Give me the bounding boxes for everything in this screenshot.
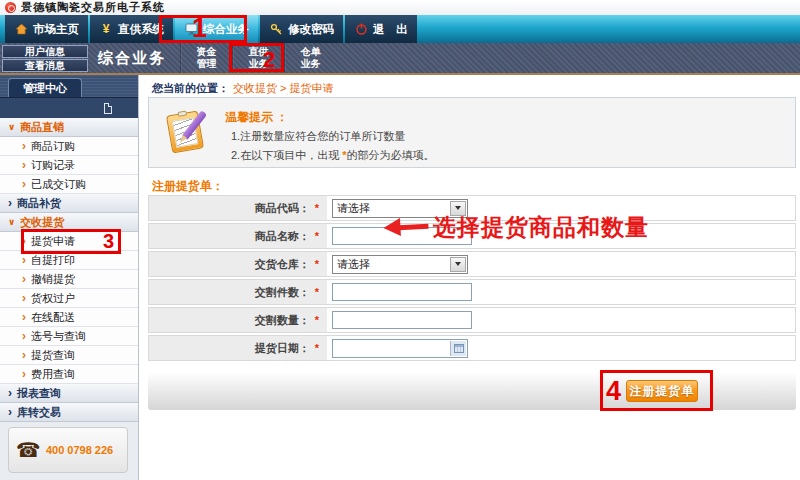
sidebar-toolbar	[0, 97, 138, 118]
menu-item-label: 修改密码	[288, 22, 334, 37]
chevron-right-icon	[22, 139, 26, 153]
annotation-number-1: 1	[192, 15, 207, 42]
chevron-right-icon	[22, 348, 26, 362]
tip-title: 温馨提示 ：	[225, 109, 288, 126]
annotation-number-4: 4	[606, 378, 621, 405]
sidebar-menu: 商品直销 商品订购 订购记录 已成交订购 商品补货 交收提货 提货申请 自提打印…	[0, 118, 138, 422]
title-bar: 景德镇陶瓷交易所电子系统	[0, 0, 800, 15]
field-label: 交割件数：	[255, 285, 310, 300]
annotation-number-3: 3	[103, 231, 114, 251]
sidebar-cat-warehouse-transfer-trade[interactable]: 库转交易	[0, 403, 138, 422]
selected-value: 请选择	[337, 201, 370, 216]
chevron-right-icon	[22, 234, 26, 248]
service-phone-number: 400 0798 226	[46, 444, 113, 456]
key-icon	[269, 23, 283, 36]
pickup-date-input[interactable]	[332, 339, 468, 358]
dropdown-arrow-icon[interactable]	[450, 257, 466, 272]
form-footer-bar: 注册提货单	[148, 372, 796, 410]
form-row-delivery-warehouse: 交货仓库：* 请选择	[148, 251, 796, 277]
tab-management-center[interactable]: 管理中心	[8, 78, 82, 98]
clipboard-pen-icon	[165, 107, 215, 159]
field-label: 商品名称：	[255, 229, 310, 244]
sidebar-item-completed-orders[interactable]: 已成交订购	[0, 175, 138, 194]
chevron-right-icon	[22, 253, 26, 267]
sidebar: 管理中心 商品直销 商品订购 订购记录 已成交订购 商品补货 交收提货 提货申请…	[0, 75, 139, 480]
sidebar-item-online-delivery[interactable]: 在线配送	[0, 308, 138, 327]
sidebar-cat-report-query[interactable]: 报表查询	[0, 384, 138, 403]
required-asterisk: *	[315, 314, 319, 326]
view-messages-button[interactable]: 查看消息	[2, 59, 88, 72]
phone-icon: ☎	[16, 440, 41, 460]
document-icon[interactable]	[104, 103, 112, 114]
delivery-quantity-input[interactable]	[332, 311, 472, 329]
required-asterisk: *	[315, 342, 319, 354]
sidebar-item-cancel-pickup[interactable]: 撤销提货	[0, 270, 138, 289]
form-row-delivery-pieces: 交割件数：*	[148, 279, 796, 305]
calendar-icon[interactable]	[450, 341, 466, 356]
menu-item-comprehensive-business[interactable]: 综合业务	[175, 15, 258, 43]
home-icon	[14, 23, 28, 36]
chevron-right-icon	[22, 291, 26, 305]
sidebar-item-order-records[interactable]: 订购记录	[0, 156, 138, 175]
sidebar-item-pickup-query[interactable]: 提货查询	[0, 346, 138, 365]
required-asterisk: *	[315, 258, 319, 270]
register-pickup-button[interactable]: 注册提货单	[626, 380, 698, 402]
menu-item-label: 市场主页	[33, 22, 79, 37]
menu-item-market-home[interactable]: 市场主页	[5, 15, 88, 43]
form-title: 注册提货单：	[152, 178, 224, 195]
nav-item-warehouse-receipt-business[interactable]: 仓单 业务	[284, 43, 336, 73]
chevron-right-icon	[22, 177, 26, 191]
breadcrumb-path[interactable]: 交收提货 > 提货申请	[233, 81, 334, 96]
tip-line-1: 1.注册数量应符合您的订单所订数量	[231, 129, 405, 144]
sidebar-item-ownership-transfer[interactable]: 货权过户	[0, 289, 138, 308]
sidebar-cat-product-direct-sales[interactable]: 商品直销	[0, 118, 138, 137]
sidebar-cat-product-restock[interactable]: 商品补货	[0, 194, 138, 213]
tip-line-2: 2.在以下项目中，出现 *的部分为必填项。	[231, 148, 435, 163]
power-icon	[354, 23, 368, 36]
menu-item-label: 综合业务	[203, 22, 249, 37]
menu-item-label: 直供系统	[118, 22, 164, 37]
menu-item-label: 退 出	[373, 22, 408, 37]
sidebar-item-product-order[interactable]: 商品订购	[0, 137, 138, 156]
nav-item-funds-management[interactable]: 资金 管理	[180, 43, 232, 73]
sidebar-item-fee-query[interactable]: 费用查询	[0, 365, 138, 384]
required-asterisk: *	[315, 202, 319, 214]
breadcrumb-prefix: 您当前的位置：	[152, 81, 229, 96]
main-menu-bar: 市场主页 ¥ 直供系统 综合业务 修改密码 退 出	[0, 15, 800, 43]
delivery-pieces-input[interactable]	[332, 283, 472, 301]
delivery-warehouse-select[interactable]: 请选择	[332, 255, 468, 274]
sidebar-cat-delivery-pickup[interactable]: 交收提货	[0, 213, 138, 232]
chevron-right-icon	[8, 196, 12, 210]
sidebar-header: 管理中心	[0, 75, 138, 118]
annotation-note: 选择提货商品和数量	[433, 212, 649, 243]
chevron-right-icon	[22, 367, 26, 381]
service-phone-box: ☎ 400 0798 226	[8, 427, 128, 473]
chevron-down-icon	[8, 217, 15, 227]
annotation-number-2: 2	[263, 49, 275, 71]
sidebar-item-self-pickup-print[interactable]: 自提打印	[0, 251, 138, 270]
user-info-button[interactable]: 用户信息	[2, 45, 88, 58]
menu-item-direct-supply-system[interactable]: ¥ 直供系统	[90, 15, 173, 43]
chevron-down-icon	[8, 122, 15, 132]
chevron-right-icon	[22, 329, 26, 343]
app-logo-icon	[5, 2, 16, 13]
tip-box: 温馨提示 ： 1.注册数量应符合您的订单所订数量 2.在以下项目中，出现 *的部…	[148, 97, 796, 168]
sidebar-item-pickup-application[interactable]: 提货申请	[0, 232, 138, 251]
sub-nav-bar: 用户信息 查看消息 综合业务 资金 管理 直供 业务 仓单 业务	[0, 43, 800, 75]
main-content: 您当前的位置： 交收提货 > 提货申请 温馨提示 ： 1.注册数量应符合您的订单…	[140, 75, 800, 480]
chevron-right-icon	[8, 405, 12, 419]
menu-item-logout[interactable]: 退 出	[345, 15, 417, 43]
field-label: 商品代码：	[255, 201, 310, 216]
field-label: 提货日期：	[255, 341, 310, 356]
chevron-right-icon	[22, 272, 26, 286]
menu-item-change-password[interactable]: 修改密码	[260, 15, 343, 43]
chevron-right-icon	[22, 158, 26, 172]
nav-item-direct-supply-business[interactable]: 直供 业务	[232, 43, 284, 73]
required-asterisk: *	[315, 230, 319, 242]
breadcrumb: 您当前的位置： 交收提货 > 提货申请	[152, 81, 334, 96]
field-label: 交割数量：	[255, 313, 310, 328]
section-title: 综合业务	[98, 43, 166, 73]
field-label: 交货仓库：	[255, 257, 310, 272]
sidebar-item-number-selection-query[interactable]: 选号与查询	[0, 327, 138, 346]
app-title: 景德镇陶瓷交易所电子系统	[21, 0, 165, 15]
